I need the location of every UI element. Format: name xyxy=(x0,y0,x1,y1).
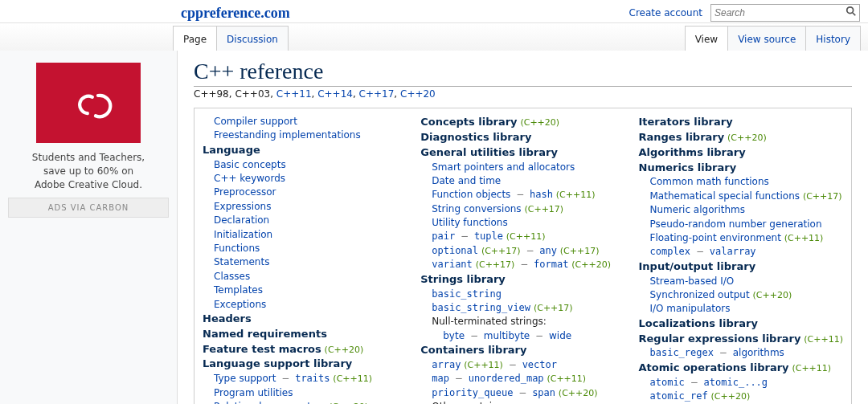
link-basic-regex[interactable]: basic_regex xyxy=(650,347,714,358)
tab-row: Page Discussion View View source History xyxy=(0,23,868,51)
std-revisions: C++98, C++03, C++11, C++14, C++17, C++20 xyxy=(194,88,852,100)
hd-concepts[interactable]: Concepts library xyxy=(420,116,517,128)
hd-numerics[interactable]: Numerics library xyxy=(639,161,737,173)
link-prng[interactable]: Pseudo-random number generation xyxy=(650,218,822,230)
site-title-link[interactable]: cppreference.com xyxy=(181,5,290,22)
link-byte[interactable]: byte xyxy=(443,330,465,341)
link-smart-ptr[interactable]: Smart pointers and allocators xyxy=(432,161,575,173)
link-traits[interactable]: traits xyxy=(295,373,330,384)
top-bar: cppreference.com Create account xyxy=(0,0,868,23)
hd-containers[interactable]: Containers library xyxy=(420,344,526,356)
search-icon[interactable] xyxy=(845,6,857,19)
col-2: Concepts library (C++20) Diagnostics lib… xyxy=(420,115,622,404)
link-priority-queue[interactable]: priority_queue xyxy=(432,387,513,398)
hd-ranges[interactable]: Ranges library xyxy=(639,131,725,143)
tabs-right: View View source History xyxy=(685,26,860,51)
ad-image[interactable] xyxy=(36,63,141,143)
link-statements[interactable]: Statements xyxy=(214,256,269,267)
link-math-special[interactable]: Mathematical special functions xyxy=(650,190,800,202)
search-input[interactable] xyxy=(710,4,860,22)
link-freestanding[interactable]: Freestanding implementations xyxy=(214,129,361,141)
link-classes[interactable]: Classes xyxy=(214,271,250,282)
tab-page[interactable]: Page xyxy=(173,26,217,51)
link-valarray[interactable]: valarray xyxy=(710,246,756,257)
hd-algorithms[interactable]: Algorithms library xyxy=(639,146,746,158)
link-pair[interactable]: pair xyxy=(432,231,455,242)
ad-line1: Students and Teachers, xyxy=(32,152,145,163)
link-relational[interactable]: Relational comparators xyxy=(214,401,326,404)
ads-via-carbon[interactable]: ADS VIA CARBON xyxy=(8,198,169,218)
link-reg-algorithms[interactable]: algorithms xyxy=(733,347,784,358)
std-c20[interactable]: C++20 xyxy=(400,88,436,100)
sidebar: Students and Teachers, save up to 60% on… xyxy=(0,51,177,404)
hd-localizations[interactable]: Localizations library xyxy=(639,317,758,329)
link-complex[interactable]: complex xyxy=(650,246,691,257)
link-hash[interactable]: hash xyxy=(530,189,553,200)
link-sync-out[interactable]: Synchronized output xyxy=(650,289,750,300)
link-fp-env[interactable]: Floating-point environment xyxy=(650,232,781,243)
link-type-support[interactable]: Type support xyxy=(214,373,276,384)
link-basic-string-view[interactable]: basic_string_view xyxy=(432,302,530,313)
link-atomic[interactable]: atomic xyxy=(650,377,685,388)
std-c14[interactable]: C++14 xyxy=(317,88,353,100)
link-string-conv[interactable]: String conversions xyxy=(432,203,521,214)
link-atomic-ref[interactable]: atomic_ref xyxy=(650,390,708,402)
link-atomic-flag[interactable]: atomic_...g xyxy=(704,377,768,388)
creative-cloud-icon xyxy=(64,79,113,127)
link-program-utils[interactable]: Program utilities xyxy=(214,387,293,398)
hd-atomic[interactable]: Atomic operations library xyxy=(639,361,789,373)
link-multibyte[interactable]: multibyte xyxy=(484,330,530,341)
link-datetime[interactable]: Date and time xyxy=(432,175,501,186)
link-expressions[interactable]: Expressions xyxy=(214,201,271,212)
hd-headers[interactable]: Headers xyxy=(203,312,252,324)
hd-strings[interactable]: Strings library xyxy=(420,273,506,285)
link-declaration[interactable]: Declaration xyxy=(214,214,269,226)
hd-diagnostics[interactable]: Diagnostics library xyxy=(420,131,531,143)
link-io-manip[interactable]: I/O manipulators xyxy=(650,303,731,314)
hd-feature-test[interactable]: Feature test macros xyxy=(203,343,321,355)
link-stream-io[interactable]: Stream-based I/O xyxy=(650,275,735,287)
link-wide[interactable]: wide xyxy=(549,330,571,341)
link-basic-string[interactable]: basic_string xyxy=(432,288,502,300)
link-numeric-algo[interactable]: Numeric algorithms xyxy=(650,204,746,215)
std-c17[interactable]: C++17 xyxy=(359,88,395,100)
hd-language[interactable]: Language xyxy=(203,144,260,156)
link-util-func[interactable]: Utility functions xyxy=(432,217,507,228)
tab-view-source[interactable]: View source xyxy=(727,26,806,51)
link-initialization[interactable]: Initialization xyxy=(214,229,272,240)
link-preprocessor[interactable]: Preprocessor xyxy=(214,186,276,198)
link-variant[interactable]: variant xyxy=(432,259,473,270)
link-exceptions[interactable]: Exceptions xyxy=(214,299,266,310)
tab-history[interactable]: History xyxy=(805,26,861,51)
link-array[interactable]: array xyxy=(432,359,461,370)
create-account-link[interactable]: Create account xyxy=(629,7,703,18)
link-map[interactable]: map xyxy=(432,373,449,384)
link-basic-concepts[interactable]: Basic concepts xyxy=(214,159,286,170)
tab-discussion[interactable]: Discussion xyxy=(216,26,289,51)
main-area: Students and Teachers, save up to 60% on… xyxy=(0,51,868,404)
tab-view[interactable]: View xyxy=(685,26,728,51)
tag-c20: (C++20) xyxy=(325,345,364,355)
hd-iterators[interactable]: Iterators library xyxy=(639,116,733,128)
ad-text[interactable]: Students and Teachers, save up to 60% on… xyxy=(8,151,169,198)
link-optional[interactable]: optional xyxy=(432,245,478,256)
link-keywords[interactable]: C++ keywords xyxy=(214,173,285,184)
content: C++ reference C++98, C++03, C++11, C++14… xyxy=(177,51,868,404)
link-unordered-map[interactable]: unordered_map xyxy=(469,373,544,384)
link-compiler-support[interactable]: Compiler support xyxy=(214,116,297,127)
std-c11[interactable]: C++11 xyxy=(276,88,312,100)
link-tuple[interactable]: tuple xyxy=(474,231,503,242)
hd-io[interactable]: Input/output library xyxy=(639,260,756,272)
link-format[interactable]: format xyxy=(534,259,568,270)
hd-general-util[interactable]: General utilities library xyxy=(420,146,558,158)
link-functions[interactable]: Functions xyxy=(214,243,260,254)
link-common-math[interactable]: Common math functions xyxy=(650,176,769,187)
link-func-obj[interactable]: Function objects xyxy=(432,189,510,200)
hd-named-req[interactable]: Named requirements xyxy=(203,328,327,340)
link-templates[interactable]: Templates xyxy=(214,284,263,296)
link-any[interactable]: any xyxy=(539,245,557,256)
hd-regex[interactable]: Regular expressions library xyxy=(639,333,801,345)
link-span[interactable]: span xyxy=(532,387,555,398)
link-vector[interactable]: vector xyxy=(522,359,557,370)
hd-lang-support[interactable]: Language support library xyxy=(203,357,352,369)
